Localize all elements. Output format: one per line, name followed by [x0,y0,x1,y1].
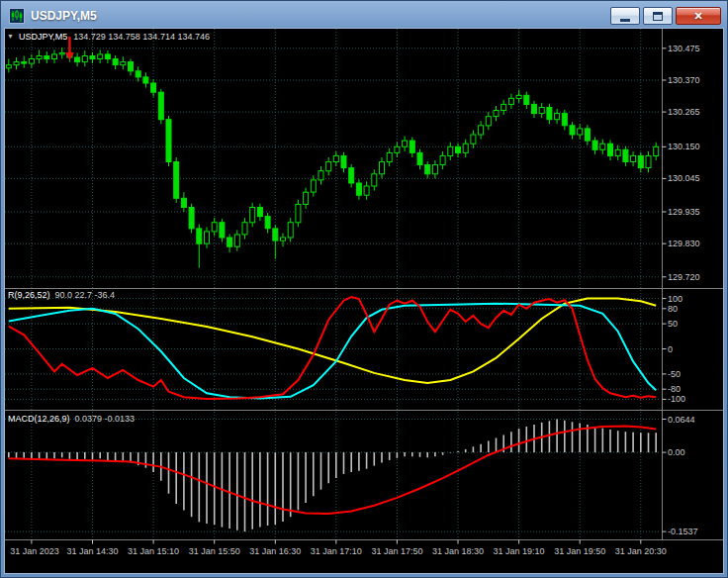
svg-text:80: 80 [668,304,678,314]
price-panel-info: ▼USDJPY,M5134.729 134.758 134.714 134.74… [7,31,210,43]
macd-indicator-values: 0.0379 -0.0133 [75,414,136,424]
chart-background [5,29,723,573]
maximize-button[interactable] [643,7,673,25]
svg-text:130.045: 130.045 [668,173,700,183]
svg-text:-0.1537: -0.1537 [668,527,698,536]
svg-text:129.720: 129.720 [668,272,700,282]
svg-text:31 Jan 20:30: 31 Jan 20:30 [615,546,667,556]
svg-text:31 Jan 15:50: 31 Jan 15:50 [189,546,240,556]
window-titlebar[interactable]: USDJPY,M5 ✕ [4,4,724,28]
svg-text:0: 0 [668,344,673,354]
svg-text:130.370: 130.370 [668,75,700,85]
wpr-indicator-label: R(9,26,52) [8,290,50,300]
minimize-button[interactable] [610,7,640,25]
svg-text:130.265: 130.265 [668,107,700,117]
chart-window-icon [9,8,25,24]
svg-text:31 Jan 14:30: 31 Jan 14:30 [66,546,118,556]
wpr-panel-info: R(9,26,52)90.0 22.7 -36.4 [8,290,115,301]
window-title: USDJPY,M5 [31,9,610,23]
close-icon: ✕ [693,8,702,24]
chart-svg[interactable]: 130.475130.370130.265130.150130.045129.9… [5,29,723,573]
svg-text:0.00: 0.00 [668,447,685,457]
svg-text:31 Jan 17:10: 31 Jan 17:10 [311,546,362,556]
chart-area[interactable]: 130.475130.370130.265130.150130.045129.9… [4,28,724,574]
svg-text:50: 50 [668,319,678,329]
window-controls: ✕ [610,7,721,25]
svg-text:100: 100 [668,294,682,304]
symbol-period-label: USDJPY,M5 [19,32,67,42]
close-button[interactable]: ✕ [676,7,721,25]
svg-text:-80: -80 [668,384,681,394]
svg-text:31 Jan 19:50: 31 Jan 19:50 [554,546,605,556]
svg-text:31 Jan 16:30: 31 Jan 16:30 [249,546,301,556]
maximize-icon [653,12,663,21]
macd-indicator-label: MACD(12,26,9) [8,414,70,424]
svg-text:-100: -100 [668,394,685,404]
svg-text:31 Jan 15:10: 31 Jan 15:10 [128,546,179,556]
wpr-indicator-values: 90.0 22.7 -36.4 [55,290,116,300]
mt4-chart-window: USDJPY,M5 ✕ 130.475130.370130.265130.150… [0,0,728,578]
svg-text:31 Jan 17:50: 31 Jan 17:50 [371,546,422,556]
svg-text:31 Jan 18:30: 31 Jan 18:30 [432,546,484,556]
collapse-arrow-icon[interactable]: ▼ [7,33,14,40]
svg-text:129.830: 129.830 [668,239,700,248]
svg-text:31 Jan 19:10: 31 Jan 19:10 [494,546,545,556]
minimize-icon [620,19,630,22]
svg-text:31 Jan 2023: 31 Jan 2023 [10,546,59,556]
svg-text:130.475: 130.475 [668,44,700,53]
svg-text:129.935: 129.935 [668,207,700,217]
svg-text:0.0644: 0.0644 [668,415,695,425]
svg-text:130.150: 130.150 [668,142,700,151]
ohlc-values: 134.729 134.758 134.714 134.746 [73,32,210,42]
macd-panel-info: MACD(12,26,9)0.0379 -0.0133 [8,414,135,425]
svg-text:-50: -50 [668,369,681,379]
